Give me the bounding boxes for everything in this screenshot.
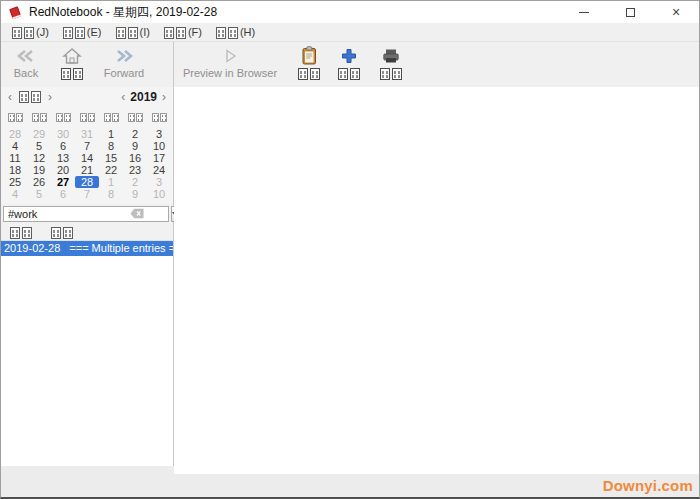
calendar-day[interactable]: 3 — [147, 128, 171, 140]
menu-help[interactable]: (H) — [213, 24, 257, 39]
menu-bar: (J) (E) (I) (F) (H) — [1, 23, 699, 42]
month-label-missing-glyphs — [18, 91, 42, 103]
menu-shortcut: (F) — [188, 26, 202, 38]
toolbar-navigation: Back Forward — [1, 42, 174, 87]
missing-glyph-label — [9, 223, 33, 241]
calendar-day[interactable]: 18 — [3, 164, 27, 176]
weekday-label — [123, 108, 147, 126]
calendar-day[interactable]: 2 — [123, 176, 147, 188]
calendar-day[interactable]: 7 — [75, 140, 99, 152]
calendar-day[interactable]: 5 — [27, 140, 51, 152]
calendar-day[interactable]: 20 — [51, 164, 75, 176]
export-button[interactable] — [374, 46, 408, 80]
calendar-day[interactable]: 11 — [3, 152, 27, 164]
calendar-day[interactable]: 1 — [99, 176, 123, 188]
weekday-label — [147, 108, 171, 126]
calendar-day[interactable]: 14 — [75, 152, 99, 164]
window-title: RedNotebook - 星期四, 2019-02-28 — [29, 4, 217, 21]
template-button[interactable] — [292, 46, 326, 80]
preview-in-browser-button[interactable]: Preview in Browser — [180, 46, 280, 79]
missing-glyph-label — [215, 25, 239, 38]
menu-insert[interactable]: (I) — [113, 24, 152, 39]
clipboard-icon — [300, 46, 319, 66]
calendar-day[interactable]: 10 — [147, 140, 171, 152]
calendar-day-selected[interactable]: 28 — [75, 176, 99, 188]
calendar-day[interactable]: 28 — [3, 128, 27, 140]
next-month-button[interactable]: › — [46, 91, 54, 103]
calendar-day[interactable]: 9 — [123, 140, 147, 152]
maximize-icon — [626, 8, 635, 17]
sidebar: ‹ › ‹ 2019 › 28293031123 45678910 1 — [1, 87, 174, 466]
menu-edit[interactable]: (E) — [60, 24, 104, 39]
add-entry-button[interactable] — [332, 46, 366, 80]
calendar-day[interactable]: 31 — [75, 128, 99, 140]
missing-glyph-label — [163, 25, 187, 38]
calendar-day[interactable]: 9 — [123, 188, 147, 200]
calendar-day[interactable]: 8 — [99, 140, 123, 152]
calendar-day[interactable]: 4 — [3, 140, 27, 152]
calendar-day[interactable]: 1 — [99, 128, 123, 140]
missing-glyph-label — [297, 67, 321, 80]
calendar-day[interactable]: 23 — [123, 164, 147, 176]
calendar-day[interactable]: 26 — [27, 176, 51, 188]
menu-format[interactable]: (F) — [161, 24, 204, 39]
calendar-day[interactable]: 8 — [99, 188, 123, 200]
calendar-day[interactable]: 3 — [147, 176, 171, 188]
missing-glyph-label — [62, 25, 86, 38]
back-button[interactable]: Back — [3, 46, 49, 87]
next-year-button[interactable]: › — [160, 91, 168, 103]
forward-icon — [113, 46, 135, 66]
calendar-day[interactable]: 6 — [51, 140, 75, 152]
calendar-day[interactable]: 30 — [51, 128, 75, 140]
today-button[interactable] — [49, 46, 95, 87]
tab-cloud[interactable] — [50, 223, 74, 241]
search-results-list: 2019-02-28 === Multiple entries === You — [1, 241, 173, 466]
prev-year-button[interactable]: ‹ — [119, 91, 127, 103]
prev-month-button[interactable]: ‹ — [6, 91, 14, 103]
calendar-day[interactable]: 16 — [123, 152, 147, 164]
calendar-day[interactable]: 22 — [99, 164, 123, 176]
calendar-day[interactable]: 6 — [51, 188, 75, 200]
calendar-day[interactable]: 7 — [75, 188, 99, 200]
close-icon: × — [672, 5, 680, 19]
forward-button[interactable]: Forward — [95, 46, 153, 87]
preview-label: Preview in Browser — [183, 67, 277, 79]
calendar-day[interactable]: 4 — [3, 188, 27, 200]
maximize-button[interactable] — [607, 1, 653, 23]
calendar-day[interactable]: 12 — [27, 152, 51, 164]
calendar-day[interactable]: 19 — [27, 164, 51, 176]
calendar-day[interactable]: 29 — [27, 128, 51, 140]
weekday-label — [75, 108, 99, 126]
clear-search-icon[interactable] — [130, 208, 144, 219]
calendar-day[interactable]: 24 — [147, 164, 171, 176]
weekday-label — [99, 108, 123, 126]
calendar-day[interactable]: 17 — [147, 152, 171, 164]
calendar-day[interactable]: 21 — [75, 164, 99, 176]
calendar-day[interactable]: 15 — [99, 152, 123, 164]
calendar-day[interactable]: 2 — [123, 128, 147, 140]
search-input[interactable] — [3, 206, 169, 222]
weekday-label — [51, 108, 75, 126]
search-result-row[interactable]: 2019-02-28 === Multiple entries === You — [1, 241, 173, 256]
rednotebook-window: RedNotebook - 星期四, 2019-02-28 × (J) (E) … — [0, 0, 700, 499]
calendar-day[interactable]: 5 — [27, 188, 51, 200]
printer-icon — [381, 46, 401, 66]
tab-search[interactable] — [9, 223, 33, 241]
year-label: 2019 — [130, 90, 157, 104]
title-bar: RedNotebook - 星期四, 2019-02-28 × — [1, 1, 699, 23]
close-button[interactable]: × — [653, 1, 699, 23]
missing-glyph-label — [379, 67, 403, 80]
calendar-day[interactable]: 25 — [3, 176, 27, 188]
result-date: 2019-02-28 — [4, 241, 60, 256]
plus-icon — [340, 46, 358, 66]
calendar-day[interactable]: 27 — [51, 176, 75, 188]
calendar-day[interactable]: 10 — [147, 188, 171, 200]
missing-glyph-label — [60, 67, 84, 80]
missing-glyph-label — [11, 25, 35, 38]
journal-text-area[interactable] — [174, 87, 699, 474]
sidebar-tabs — [1, 224, 173, 241]
menu-shortcut: (J) — [36, 26, 49, 38]
minimize-button[interactable] — [561, 1, 607, 23]
calendar-day[interactable]: 13 — [51, 152, 75, 164]
menu-journal[interactable]: (J) — [9, 24, 51, 39]
